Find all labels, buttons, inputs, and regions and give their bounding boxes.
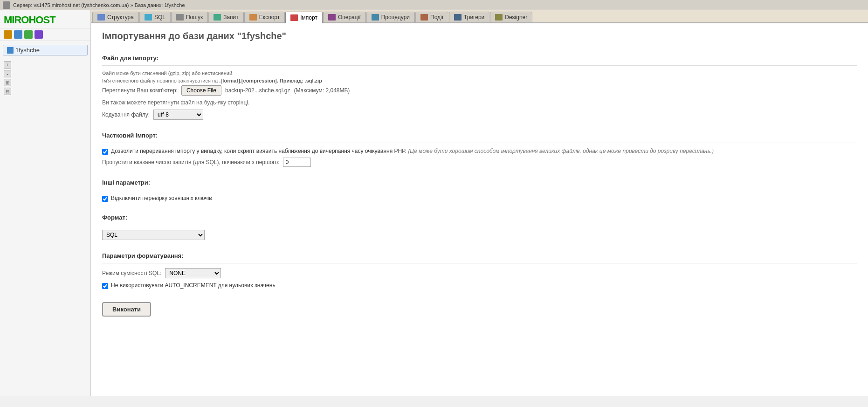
sidebar-db-label: 1fyshche	[15, 47, 40, 54]
browser-icon	[3, 1, 10, 9]
tab-sql[interactable]: SQL	[139, 12, 171, 22]
file-selected: backup-202...shche.sql.gz	[225, 87, 290, 94]
file-section: Файл для імпорту: Файл може бути стиснен…	[102, 51, 857, 120]
podii-icon	[420, 14, 428, 21]
tab-struktura[interactable]: Структура	[92, 12, 139, 22]
allow-interrupt-row: Дозволити переривання імпорту у випадку,…	[102, 148, 857, 155]
tab-operacii[interactable]: Операції	[323, 12, 366, 22]
tab-label-operacii: Операції	[338, 14, 361, 21]
tab-label-trygery: Тригери	[464, 14, 484, 21]
expand-all-icon: ⊞	[4, 79, 11, 86]
other-section-header: Інші параметри:	[102, 175, 857, 190]
tab-label-podii: Події	[430, 14, 443, 21]
content-area: СтруктураSQLПошукЗапитЕкспортІмпортОпера…	[91, 10, 868, 396]
zapyt-icon	[214, 14, 221, 21]
disable-fk-label: Відключити перевірку зовнішніх ключів	[111, 195, 212, 201]
file-max: (Максимум: 2,048МБ)	[294, 87, 350, 94]
format-params-section: Параметри форматування: Режим сумісності…	[102, 248, 857, 289]
allow-interrupt-checkbox[interactable]	[102, 149, 108, 155]
tab-search[interactable]: Пошук	[171, 12, 208, 22]
tree-expand-btn[interactable]: +	[4, 61, 87, 69]
refresh-icon[interactable]	[24, 30, 33, 39]
tab-label-zapyt: Запит	[223, 14, 239, 21]
sidebar-icons	[0, 28, 90, 41]
browse-label: Переглянути Ваш комп'ютер:	[102, 87, 178, 94]
main-layout: MIROHOST 1fyshche + - ⊞	[0, 10, 868, 396]
procedury-icon	[372, 14, 379, 21]
collapse-icon: -	[4, 70, 11, 77]
tab-export[interactable]: Експорт	[244, 12, 285, 22]
tab-label-export: Експорт	[259, 14, 280, 21]
import-icon	[290, 14, 298, 21]
partial-section-header: Частковий імпорт:	[102, 128, 857, 143]
format-section-header: Формат:	[102, 210, 857, 225]
page-title: Імпортування до бази даних "1fyshche"	[102, 31, 857, 41]
struktura-icon	[97, 14, 105, 21]
tab-procedury[interactable]: Процедури	[366, 12, 415, 22]
disable-fk-checkbox[interactable]	[102, 196, 108, 202]
file-hint-2-suffix: .[format].[compression]. Приклад: .sql.z…	[219, 78, 322, 83]
encoding-select[interactable]: utf-8 windows-1251 latin1	[153, 110, 203, 120]
no-autoincrement-row: Не використовувати AUTO_INCREMENT для ну…	[102, 282, 857, 289]
logo-area: MIROHOST	[0, 10, 90, 28]
skip-row: Пропустити вказане число запитів (для SQ…	[102, 158, 857, 167]
sidebar-item-db[interactable]: 1fyshche	[3, 45, 88, 55]
expand-icon: +	[4, 61, 11, 69]
tab-label-procedury: Процедури	[381, 14, 410, 21]
tab-label-struktura: Структура	[107, 14, 134, 21]
file-hint-2: Ім'я стисненого файлу повинно закінчуват…	[102, 78, 857, 83]
database-icon[interactable]	[14, 30, 22, 39]
tab-podii[interactable]: Події	[415, 12, 448, 22]
format-section: Формат: SQLCSVJSONXML	[102, 210, 857, 240]
partial-section: Частковий імпорт: Дозволити переривання …	[102, 128, 857, 167]
file-hint-2-prefix: Ім'я стисненого файлу повинно закінчуват…	[102, 78, 219, 83]
tab-designer[interactable]: Designer	[490, 12, 532, 22]
drag-hint: Ви також можете перетягнути файл на будь…	[102, 99, 857, 106]
home-icon[interactable]	[4, 30, 12, 39]
collapse-all-icon: ⊟	[4, 88, 11, 95]
tab-label-designer: Designer	[505, 14, 527, 21]
tab-label-sql: SQL	[154, 14, 165, 21]
tab-trygery[interactable]: Тригери	[449, 12, 489, 22]
no-autoincrement-checkbox[interactable]	[102, 283, 108, 289]
choose-file-button[interactable]: Choose File	[181, 85, 221, 96]
tree-collapse-all-btn[interactable]: ⊟	[4, 88, 87, 95]
encoding-label: Кодування файлу:	[102, 111, 150, 118]
skip-label: Пропустити вказане число запитів (для SQ…	[102, 159, 279, 166]
tab-label-search: Пошук	[186, 14, 203, 21]
other-section: Інші параметри: Відключити перевірку зов…	[102, 175, 857, 202]
page-content: Імпортування до бази даних "1fyshche" Фа…	[91, 23, 868, 396]
operacii-icon	[328, 14, 336, 21]
database-tree: 1fyshche	[0, 41, 90, 59]
export-icon	[249, 14, 257, 21]
sql-mode-select[interactable]: NONEANSIDB2MAXDBMYSQL323MYSQL40MSSQLORAC…	[165, 268, 221, 278]
skip-input[interactable]	[283, 158, 311, 167]
file-section-header: Файл для імпорту:	[102, 51, 857, 66]
sql-mode-label: Режим сумісності SQL:	[102, 270, 161, 276]
search-icon	[176, 14, 184, 21]
disable-fk-row: Відключити перевірку зовнішніх ключів	[102, 195, 857, 202]
sql-mode-row: Режим сумісності SQL: NONEANSIDB2MAXDBMY…	[102, 268, 857, 278]
tab-import[interactable]: Імпорт	[285, 12, 323, 23]
format-params-header: Параметри форматування:	[102, 248, 857, 263]
tab-zapyt[interactable]: Запит	[208, 12, 244, 22]
execute-button[interactable]: Виконати	[102, 302, 151, 317]
tree-collapse-btn[interactable]: -	[4, 70, 87, 77]
no-autoincrement-label: Не використовувати AUTO_INCREMENT для ну…	[111, 282, 276, 289]
db-icon	[7, 47, 14, 54]
trygery-icon	[454, 14, 462, 21]
sidebar: MIROHOST 1fyshche + - ⊞	[0, 10, 91, 396]
logo-suffix: HOST	[28, 14, 55, 26]
encoding-row: Кодування файлу: utf-8 windows-1251 lati…	[102, 110, 857, 120]
address-label: Сервер: vs1475.mirohost.net (fyshchenko.…	[13, 2, 185, 8]
sql-icon	[145, 14, 152, 21]
allow-interrupt-label: Дозволити переривання імпорту у випадку,…	[111, 148, 714, 154]
designer-icon	[495, 14, 503, 21]
settings-icon[interactable]	[34, 30, 43, 39]
browse-row: Переглянути Ваш комп'ютер: Choose File b…	[102, 85, 857, 96]
tab-label-import: Імпорт	[300, 14, 317, 21]
file-hint-1: Файл може бути стиснений (gzip, zip) або…	[102, 70, 857, 76]
format-select[interactable]: SQLCSVJSONXML	[102, 230, 205, 240]
tree-expand-all-btn[interactable]: ⊞	[4, 79, 87, 86]
tab-bar: СтруктураSQLПошукЗапитЕкспортІмпортОпера…	[91, 10, 868, 23]
